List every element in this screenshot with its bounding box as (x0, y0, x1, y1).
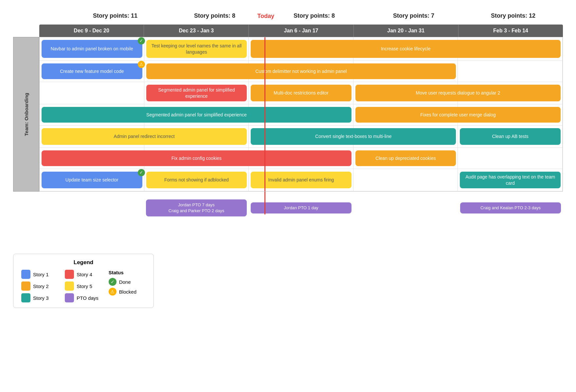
sp-col-3: Story points: 7 (364, 10, 463, 22)
header-col-3: Jan 20 - Jan 31 (354, 25, 459, 37)
legend-pto: PTO days (65, 293, 102, 302)
header-col-2: Jan 6 - Jan 17 (249, 25, 353, 37)
grid-wrapper: Team: Onboarding Navbar to admin panel b… (13, 37, 563, 192)
grid-row-4: Admin panel redirect incorrect Convert s… (40, 126, 563, 148)
blocked-icon: ⚠ (109, 288, 117, 296)
story4-swatch (65, 270, 74, 279)
card-fix-admin: Fix admin config cookies (42, 150, 351, 166)
card-fixes: Fixes for complete user merge dialog (355, 107, 561, 123)
header-col-0: Dec 9 - Dec 20 (39, 25, 144, 37)
legend-story5: Story 5 (65, 281, 102, 291)
sp-col-2: Story points: 8 (264, 10, 364, 22)
legend-col-2: Story 4 Story 5 PTO days (65, 270, 102, 302)
card-convert: Convert single text-boxes to multi-line (251, 128, 456, 145)
header-row: Dec 9 - Dec 20 Dec 23 - Jan 3 Jan 6 - Ja… (39, 25, 563, 37)
legend-story1: Story 1 (21, 270, 58, 279)
done-icon: ✓ (109, 278, 117, 286)
card-segmented-red: Segmented admin panel for simplified exp… (146, 85, 247, 101)
pto-swatch (65, 293, 74, 302)
status-header: Status (109, 270, 146, 275)
blocked-badge: ⚠ (138, 61, 145, 68)
sp-col-1: Story points: 8 Today (165, 10, 264, 22)
legend-title: Legend (21, 259, 146, 266)
legend-section: Legend Story 1 Story 2 Story 3 (13, 237, 563, 308)
done-badge: ✓ (138, 37, 145, 44)
card-forms: Forms not showing if adblocked (146, 172, 247, 188)
grid-row-2: Segmented admin panel for simplified exp… (40, 82, 563, 104)
card-custom-delimitter: Custom delimitter not working in admin p… (146, 63, 456, 79)
team-label: Team: Onboarding (13, 37, 39, 192)
done-badge-2: ✓ (138, 169, 145, 176)
card-move-user: Move user requests dialogue to angular 2 (355, 85, 561, 101)
grid-row-0: Navbar to admin panel broken on mobile ✓… (40, 37, 563, 61)
legend-col-3: Status ✓ Done ⚠ Blocked (109, 270, 146, 297)
today-label: Today (257, 12, 274, 19)
gantt-container: Story points: 11 Story points: 8 Today S… (7, 7, 569, 311)
header-col-1: Dec 23 - Jan 3 (144, 25, 249, 37)
card-audit: Audit page has overlapping text on the t… (460, 172, 561, 188)
card-invalid-enums: Invalid admin panel enums firing (251, 172, 351, 188)
story3-swatch (21, 293, 30, 302)
card-segmented-teal: Segmented admin panel for simplified exp… (42, 107, 351, 123)
sp-col-4: Story points: 12 (463, 10, 563, 22)
legend-story4: Story 4 (65, 270, 102, 279)
story-points-row: Story points: 11 Story points: 8 Today S… (39, 10, 563, 22)
card-create-feature: Create new feature model code ⚠ (42, 63, 142, 79)
legend-box: Legend Story 1 Story 2 Story 3 (13, 254, 154, 308)
grid-row-5: Fix admin config cookies Clean up deprec… (40, 148, 563, 169)
card-clean-ab: Clean up AB tests (460, 128, 561, 145)
legend-story3: Story 3 (21, 293, 58, 302)
today-extension (39, 192, 563, 214)
story2-swatch (21, 281, 30, 291)
grid-row-6: Update team size selector ✓ Forms not sh… (40, 169, 563, 191)
legend-col-1: Story 1 Story 2 Story 3 (21, 270, 58, 302)
story5-swatch (65, 281, 74, 291)
header-col-4: Feb 3 - Feb 14 (459, 25, 563, 37)
today-line-ext (264, 192, 265, 214)
today-line (264, 37, 265, 191)
grid-row-1: Create new feature model code ⚠ Custom d… (40, 61, 563, 82)
grid-row-3: Segmented admin panel for simplified exp… (40, 104, 563, 126)
grid-content: Navbar to admin panel broken on mobile ✓… (39, 37, 563, 192)
card-increase-cookie: Increase cookie lifecycle (251, 40, 561, 58)
status-done: ✓ Done (109, 278, 146, 286)
card-clean-dep: Clean up depreciated cookies (355, 150, 456, 166)
card-navbar: Navbar to admin panel broken on mobile ✓ (42, 40, 142, 58)
card-admin-redirect: Admin panel redirect incorrect (42, 128, 247, 145)
card-multidoc: Multi-doc restrictions editor (251, 85, 351, 101)
sp-col-0: Story points: 11 (65, 10, 165, 22)
card-update-team: Update team size selector ✓ (42, 172, 142, 188)
card-test-keeping: Test keeping our level names the same in… (146, 40, 247, 58)
legend-story2: Story 2 (21, 281, 58, 291)
story1-swatch (21, 270, 30, 279)
status-blocked: ⚠ Blocked (109, 288, 146, 296)
